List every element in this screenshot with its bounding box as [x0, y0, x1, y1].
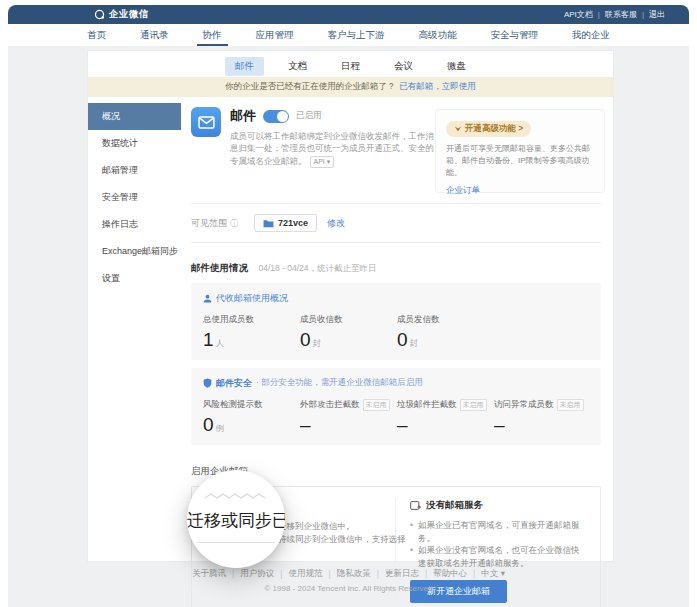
stat-value: – — [397, 415, 408, 436]
envelope-new-icon — [410, 501, 421, 510]
usage-period: 04/18 - 04/24，统计截止至昨日 — [258, 263, 376, 273]
stat-value: 0 — [203, 415, 214, 436]
side-nav: 概况 数据统计 邮箱管理 安全管理 操作日志 Exchange邮箱同步 设置 — [88, 97, 181, 607]
divider — [191, 203, 601, 204]
contact-support-link[interactable]: 联系客服 — [605, 9, 637, 20]
sidebar-item-settings[interactable]: 设置 — [88, 265, 181, 292]
footer-link-changelog[interactable]: 更新日志 — [385, 568, 419, 580]
nav-tab-app-management[interactable]: 应用管理 — [254, 25, 296, 46]
status-badge: 未启用 — [557, 399, 584, 411]
stat-value: 0 — [397, 330, 408, 351]
notice-action-link[interactable]: 已有邮箱，立即使用 — [399, 81, 476, 93]
app-description: 成员可以将工作邮箱绑定到企业微信收发邮件，工作消息归集一处；管理员也可统一为成员… — [230, 130, 435, 168]
bullet: 如果企业已有官网域名，可直接开通邮箱服务。 — [410, 519, 586, 545]
stat-external-attacks-blocked: 外部攻击拦截数未启用 – — [300, 399, 397, 436]
mail-app-icon — [191, 107, 221, 137]
stat-sent-mails: 成员发信数 0封 — [397, 314, 494, 351]
brand-name: 企业微信 — [109, 8, 149, 21]
api-docs-link[interactable]: API文档 — [564, 9, 593, 20]
premium-promo-text: 开通后可享受无限邮箱容量、更多公共邮箱、邮件自动备份、IP限制等多项高级功能。 — [446, 143, 594, 179]
app-text: 邮件 已启用 成员可以将工作邮箱绑定到企业微信收发邮件，工作消息归集一处；管理员… — [230, 107, 435, 193]
magnified-rule — [197, 542, 275, 543]
person-icon — [203, 294, 212, 303]
security-panel-title-row: 邮件安全 · 部分安全功能，需开通企业微信邮箱后启用 — [203, 377, 589, 390]
enterprise-orders-link[interactable]: 企业订单 — [446, 185, 480, 197]
proxy-panel-title-row: 代收邮箱使用概况 — [203, 292, 589, 305]
mail-security-panel: 邮件安全 · 部分安全功能，需开通企业微信邮箱后启用 风险检测提示数 0例 外部… — [191, 368, 601, 445]
api-tag[interactable]: API ▾ — [310, 156, 335, 168]
stat-value: – — [494, 415, 505, 436]
nav-tab-customers[interactable]: 客户与上下游 — [326, 25, 387, 46]
sidebar-item-overview[interactable]: 概况 — [88, 103, 181, 130]
visibility-scope-value: 721vce — [278, 218, 308, 228]
app-status: 已启用 — [296, 110, 322, 122]
footer-link-privacy[interactable]: 隐私政策 — [337, 568, 371, 580]
collab-subtabs: 邮件 文档 日程 会议 微盘 — [88, 51, 613, 77]
stat-value: – — [300, 415, 311, 436]
card-body: 概况 数据统计 邮箱管理 安全管理 操作日志 Exchange邮箱同步 设置 — [88, 97, 613, 607]
stat-value: 1 — [203, 330, 214, 351]
divider: | — [473, 569, 475, 579]
usage-header: 邮件使用情况 04/18 - 04/24，统计截止至昨日 — [191, 257, 601, 275]
security-panel-title: 邮件安全 — [216, 377, 252, 390]
visibility-scope-chip: 721vce — [254, 214, 317, 232]
info-icon[interactable]: ⓘ — [230, 218, 238, 229]
visibility-row: 可见范围 ⓘ 721vce 修改 — [191, 214, 601, 232]
premium-badge[interactable]: 开通高级功能 > — [446, 121, 531, 137]
footer-language-select[interactable]: 中文 ▾ — [481, 568, 505, 580]
page: 企业微信 API文档| 联系客服| 退出 首页 通讯录 协作 应用管理 客户与上… — [0, 0, 697, 607]
topbar-links: API文档| 联系客服| 退出 — [564, 9, 665, 20]
footer-link-about[interactable]: 关于腾讯 — [192, 568, 226, 580]
magnified-text: 迁移或同步已 — [187, 509, 285, 532]
footer-link-usage-rules[interactable]: 使用规范 — [288, 568, 322, 580]
app-header-row: 邮件 已启用 成员可以将工作邮箱绑定到企业微信收发邮件，工作消息归集一处；管理员… — [191, 107, 601, 193]
tab-docs[interactable]: 文档 — [278, 57, 317, 76]
nav-tab-home[interactable]: 首页 — [85, 25, 108, 46]
premium-badge-icon — [454, 125, 462, 133]
footer-link-help-center[interactable]: 帮助中心 — [433, 568, 467, 580]
usage-title: 邮件使用情况 — [191, 262, 248, 273]
tab-schedule[interactable]: 日程 — [331, 57, 370, 76]
divider: | — [328, 569, 330, 579]
sidebar-item-exchange-sync[interactable]: Exchange邮箱同步 — [88, 238, 181, 265]
security-stats: 风险检测提示数 0例 外部攻击拦截数未启用 – 垃圾邮件拦截数未启用 – — [203, 399, 589, 436]
nav-tab-collaboration[interactable]: 协作 — [201, 25, 224, 46]
logout-link[interactable]: 退出 — [649, 9, 665, 20]
stat-value: 0 — [300, 330, 311, 351]
footer-link-user-agreement[interactable]: 用户协议 — [240, 568, 274, 580]
app-title: 邮件 — [230, 107, 256, 125]
mail-enabled-toggle[interactable] — [263, 110, 289, 123]
visibility-label: 可见范围 — [191, 217, 227, 230]
content-area: 邮件 文档 日程 会议 微盘 你的企业是否已经有正在使用的企业邮箱了？ 已有邮箱… — [8, 46, 689, 607]
nav-tab-contacts[interactable]: 通讯录 — [138, 25, 171, 46]
divider: | — [425, 569, 427, 579]
tab-meeting[interactable]: 会议 — [384, 57, 423, 76]
nav-tab-security-management[interactable]: 安全与管理 — [489, 25, 541, 46]
notice-bar: 你的企业是否已经有正在使用的企业邮箱了？ 已有邮箱，立即使用 — [88, 77, 613, 97]
app-info: 邮件 已启用 成员可以将工作邮箱绑定到企业微信收发邮件，工作消息归集一处；管理员… — [191, 107, 435, 193]
proxy-stats: 总使用成员数 1人 成员收信数 0封 成员发信数 0封 — [203, 314, 589, 351]
sidebar-item-security-management[interactable]: 安全管理 — [88, 184, 181, 211]
sidebar-item-mailbox-management[interactable]: 邮箱管理 — [88, 157, 181, 184]
copyright: © 1998 - 2024 Tencent Inc. All Rights Re… — [8, 584, 689, 593]
notice-text: 你的企业是否已经有正在使用的企业邮箱了？ — [225, 81, 395, 93]
no-mailbox-header: 没有邮箱服务 — [410, 499, 586, 512]
stat-risk-alerts: 风险检测提示数 0例 — [203, 399, 300, 436]
edit-visibility-link[interactable]: 修改 — [327, 217, 345, 230]
divider: | — [642, 10, 644, 19]
no-mailbox-bullets: 如果企业已有官网域名，可直接开通邮箱服务。 如果企业没有官网域名，也可在企业微信… — [410, 519, 586, 570]
magnifier-bubble: 迁移或同步已 — [187, 470, 285, 568]
main-nav: 首页 通讯录 协作 应用管理 客户与上下游 高级功能 安全与管理 我的企业 — [8, 24, 689, 46]
nav-tab-premium-features[interactable]: 高级功能 — [417, 25, 459, 46]
magnified-squiggle — [205, 486, 267, 504]
status-badge: 未启用 — [460, 399, 487, 411]
nav-tab-my-enterprise[interactable]: 我的企业 — [570, 25, 612, 46]
tab-mail[interactable]: 邮件 — [225, 57, 264, 76]
proxy-mailbox-panel: 代收邮箱使用概况 总使用成员数 1人 成员收信数 0封 — [191, 283, 601, 360]
sidebar-item-operation-log[interactable]: 操作日志 — [88, 211, 181, 238]
bullet: 如果企业没有官网域名，也可在企业微信快速获取域名并开通邮箱服务。 — [410, 544, 586, 570]
tab-drive[interactable]: 微盘 — [437, 57, 476, 76]
sidebar-item-statistics[interactable]: 数据统计 — [88, 130, 181, 157]
stat-received-mails: 成员收信数 0封 — [300, 314, 397, 351]
premium-promo-box: 开通高级功能 > 开通后可享受无限邮箱容量、更多公共邮箱、邮件自动备份、IP限制… — [435, 109, 605, 193]
